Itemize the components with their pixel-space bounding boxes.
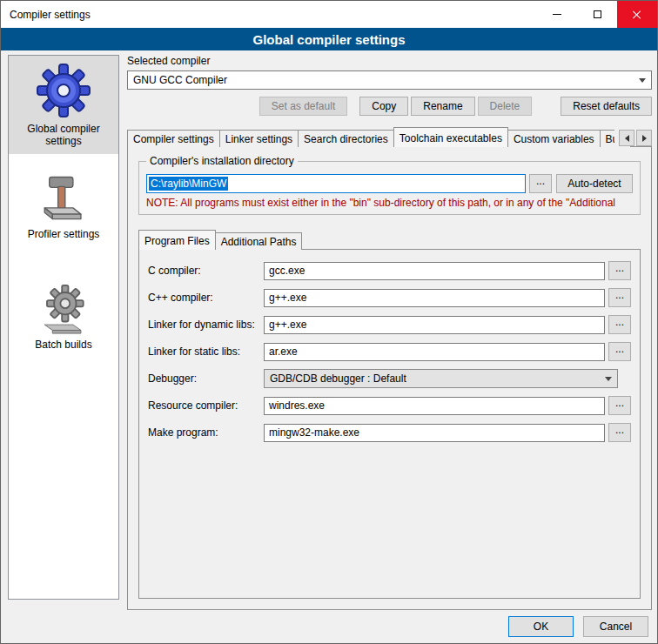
chevron-down-icon — [639, 78, 646, 83]
linker-static-input[interactable]: ar.exe — [264, 343, 605, 361]
main-content: Selected compiler GNU GCC Compiler Set a… — [127, 55, 652, 610]
debugger-value: GDB/CDB debugger : Default — [270, 372, 406, 385]
tab-additional-paths[interactable]: Additional Paths — [215, 232, 303, 250]
installation-directory-browse-button[interactable]: ... — [529, 174, 552, 193]
toolchain-executables-panel: Compiler's installation directory C:\ray… — [127, 146, 652, 610]
compiler-actions: Set as default Copy Rename Delete Reset … — [127, 97, 652, 116]
sidebar-item-label: Global compiler settings — [12, 123, 115, 147]
window-title: Compiler settings — [1, 9, 91, 21]
sidebar-item-profiler-settings[interactable]: Profiler settings — [9, 166, 118, 247]
compiler-settings-window: Compiler settings Global compiler settin… — [0, 0, 658, 644]
c-compiler-input[interactable]: gcc.exe — [264, 262, 605, 280]
window-controls — [537, 1, 657, 28]
profiler-icon — [38, 173, 89, 224]
title-bar[interactable]: Compiler settings — [1, 1, 657, 28]
linker-static-value: ar.exe — [269, 345, 298, 358]
field-row-debugger: Debugger: GDB/CDB debugger : Default — [148, 369, 631, 388]
debugger-select[interactable]: GDB/CDB debugger : Default — [264, 369, 618, 388]
cpp-compiler-input[interactable]: g++.exe — [264, 289, 605, 307]
c-compiler-label: C compiler: — [148, 265, 264, 277]
c-compiler-browse-button[interactable]: ... — [608, 261, 631, 280]
linker-static-label: Linker for static libs: — [148, 345, 264, 358]
field-row-make-program: Make program: mingw32-make.exe ... — [148, 423, 631, 442]
auto-detect-button[interactable]: Auto-detect — [556, 174, 633, 193]
installation-directory-title: Compiler's installation directory — [146, 155, 298, 167]
tab-scroll-right-button[interactable] — [636, 130, 652, 146]
chevron-down-icon — [605, 377, 612, 381]
linker-dynamic-value: g++.exe — [269, 319, 306, 331]
sidebar-item-label: Batch builds — [35, 339, 91, 351]
linker-dynamic-label: Linker for dynamic libs: — [148, 319, 264, 331]
tab-program-files[interactable]: Program Files — [138, 230, 216, 250]
make-program-input[interactable]: mingw32-make.exe — [264, 424, 605, 442]
minimize-button[interactable] — [537, 1, 577, 28]
make-program-label: Make program: — [148, 426, 264, 439]
set-as-default-button: Set as default — [259, 97, 347, 116]
cpp-compiler-browse-button[interactable]: ... — [608, 288, 631, 307]
installation-directory-group: Compiler's installation directory C:\ray… — [138, 161, 641, 215]
copy-button[interactable]: Copy — [359, 97, 408, 116]
dialog-footer: OK Cancel — [508, 616, 648, 637]
resource-compiler-label: Resource compiler: — [148, 399, 264, 412]
minimize-icon — [553, 14, 561, 15]
resource-compiler-browse-button[interactable]: ... — [608, 396, 631, 415]
delete-button: Delete — [478, 97, 533, 116]
cancel-button[interactable]: Cancel — [583, 616, 648, 637]
tab-linker-settings[interactable]: Linker settings — [219, 130, 299, 147]
installation-directory-input[interactable]: C:\raylib\MinGW — [146, 174, 526, 193]
make-program-value: mingw32-make.exe — [269, 426, 359, 439]
resource-compiler-value: windres.exe — [269, 399, 325, 412]
close-icon — [632, 10, 642, 20]
rename-button[interactable]: Rename — [411, 97, 474, 116]
arrow-right-icon — [642, 135, 647, 142]
tab-search-directories[interactable]: Search directories — [298, 130, 394, 147]
program-tabs: Program Files Additional Paths — [138, 229, 641, 250]
field-row-c-compiler: C compiler: gcc.exe ... — [148, 261, 631, 280]
tab-compiler-settings[interactable]: Compiler settings — [127, 130, 220, 147]
linker-dynamic-browse-button[interactable]: ... — [608, 315, 631, 334]
cpp-compiler-value: g++.exe — [269, 292, 306, 304]
settings-tabs: Compiler settings Linker settings Search… — [127, 126, 652, 147]
cpp-compiler-label: C++ compiler: — [148, 292, 264, 304]
selected-compiler-dropdown[interactable]: GNU GCC Compiler — [127, 70, 652, 90]
selected-compiler-value: GNU GCC Compiler — [133, 74, 227, 86]
arrow-left-icon — [625, 135, 629, 142]
make-program-browse-button[interactable]: ... — [608, 423, 631, 442]
field-row-linker-dynamic: Linker for dynamic libs: g++.exe ... — [148, 315, 631, 334]
resource-compiler-input[interactable]: windres.exe — [264, 397, 605, 415]
maximize-button[interactable] — [577, 1, 617, 28]
tab-scroll-left-button[interactable] — [619, 130, 634, 146]
close-button[interactable] — [617, 1, 657, 28]
sidebar-item-global-compiler-settings[interactable]: Global compiler settings — [9, 56, 118, 154]
field-row-cpp-compiler: C++ compiler: g++.exe ... — [148, 288, 631, 307]
gear-gray-icon — [38, 284, 89, 334]
linker-static-browse-button[interactable]: ... — [608, 342, 631, 361]
installation-directory-row: C:\raylib\MinGW ... Auto-detect — [146, 174, 633, 193]
field-row-resource-compiler: Resource compiler: windres.exe ... — [148, 396, 631, 415]
settings-category-list: Global compiler settings Profiler settin… — [8, 55, 119, 600]
tab-toolchain-executables[interactable]: Toolchain executables — [393, 127, 508, 147]
tab-custom-variables[interactable]: Custom variables — [507, 130, 601, 147]
debugger-label: Debugger: — [148, 372, 264, 385]
maximize-icon — [594, 10, 601, 18]
installation-note: NOTE: All programs must exist either in … — [146, 197, 633, 209]
gear-blue-icon — [36, 63, 91, 118]
tab-scroll-buttons — [614, 130, 652, 146]
ok-button[interactable]: OK — [508, 616, 574, 637]
page-title: Global compiler settings — [1, 28, 657, 50]
reset-defaults-button[interactable]: Reset defaults — [561, 97, 652, 116]
field-row-linker-static: Linker for static libs: ar.exe ... — [148, 342, 631, 361]
program-files-panel: C compiler: gcc.exe ... C++ compiler: g+… — [138, 249, 641, 599]
selected-compiler-label: Selected compiler — [127, 55, 652, 68]
linker-dynamic-input[interactable]: g++.exe — [264, 316, 605, 334]
installation-directory-value: C:\raylib\MinGW — [149, 177, 228, 191]
c-compiler-value: gcc.exe — [269, 265, 305, 277]
sidebar-item-batch-builds[interactable]: Batch builds — [9, 277, 118, 358]
sidebar-item-label: Profiler settings — [28, 228, 100, 240]
